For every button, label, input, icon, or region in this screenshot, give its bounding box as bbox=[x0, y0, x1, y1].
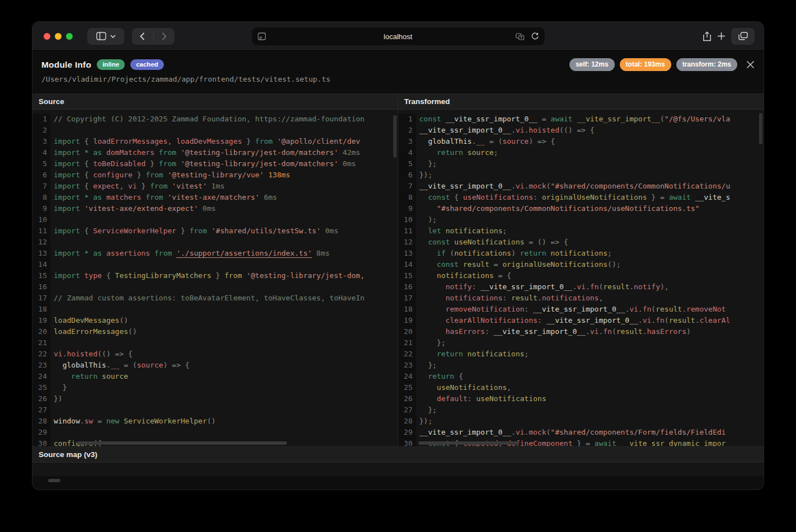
transformed-vertical-scrollbar[interactable] bbox=[759, 113, 762, 144]
line-number: 9 bbox=[32, 203, 50, 214]
traffic-lights bbox=[44, 33, 73, 40]
line-number: 6 bbox=[32, 170, 50, 181]
code-line: 10 bbox=[32, 214, 398, 225]
code-line: 4import * as domMatchers from '@testing-… bbox=[32, 147, 398, 158]
back-button[interactable] bbox=[132, 28, 153, 45]
code-line: 6}); bbox=[398, 170, 764, 181]
code-line: 20 hasErrors: __vite_ssr_import_0__.vi.f… bbox=[398, 326, 764, 337]
code-line: 13 if (notifications) return notificatio… bbox=[398, 248, 764, 259]
line-number: 23 bbox=[32, 360, 50, 371]
code-line: 15 notifications = { bbox=[398, 270, 764, 281]
line-number: 27 bbox=[32, 404, 50, 416]
line-number: 14 bbox=[398, 259, 416, 270]
code-line: 7__vite_ssr_import_0__.vi.mock("#shared/… bbox=[398, 181, 764, 192]
code-line: 19 clearAllNotifications: __vite_ssr_imp… bbox=[398, 315, 764, 326]
source-panel: Source 1// Copyright (C) 2012-2025 Zamma… bbox=[32, 94, 398, 446]
line-number: 10 bbox=[32, 214, 50, 225]
self-time-badge: self: 12ms bbox=[569, 58, 615, 71]
browser-window: localhost bbox=[32, 21, 764, 490]
line-number: 13 bbox=[32, 248, 50, 259]
close-button[interactable] bbox=[746, 60, 755, 69]
line-number: 12 bbox=[32, 237, 50, 248]
line-number: 30 bbox=[32, 438, 50, 446]
sourcemap-horizontal-scrollbar[interactable] bbox=[48, 479, 60, 482]
code-line: 29__vite_ssr_import_0__.vi.mock("#shared… bbox=[398, 427, 764, 438]
sidebar-toggle-button[interactable] bbox=[87, 28, 124, 45]
line-number: 10 bbox=[398, 214, 416, 225]
sourcemap-section: Source map (v3) 1AAMA;AAeA,yBAAG,QAAQ,MA… bbox=[32, 446, 764, 486]
transformed-horizontal-scrollbar[interactable] bbox=[418, 441, 519, 445]
line-number: 29 bbox=[32, 427, 50, 438]
line-number: 6 bbox=[398, 170, 416, 181]
module-info-header: Module Info inline cached self: 12ms tot… bbox=[32, 51, 764, 94]
url-text: localhost bbox=[252, 32, 544, 41]
line-number: 8 bbox=[32, 192, 50, 203]
line-number: 7 bbox=[32, 181, 50, 192]
line-number: 29 bbox=[398, 427, 416, 438]
code-line: 4 return source; bbox=[398, 147, 764, 158]
line-number: 21 bbox=[398, 337, 416, 349]
line-number: 26 bbox=[398, 393, 416, 404]
code-line: 26}) bbox=[32, 393, 398, 404]
code-line: 9 "#shared/components/CommonNotification… bbox=[398, 203, 764, 214]
cached-badge: cached bbox=[130, 59, 164, 70]
line-number: 28 bbox=[398, 416, 416, 427]
line-number: 17 bbox=[398, 293, 416, 304]
line-number: 23 bbox=[398, 360, 416, 371]
code-line: 1const __vite_ssr_import_0__ = await __v… bbox=[398, 114, 764, 125]
code-line: 18 bbox=[32, 304, 398, 315]
address-bar[interactable]: localhost bbox=[252, 27, 544, 45]
line-number: 9 bbox=[398, 203, 416, 214]
line-number: 15 bbox=[398, 270, 416, 281]
code-line: 28window.sw = new ServiceWorkerHelper() bbox=[32, 416, 398, 427]
tab-overview-button[interactable] bbox=[731, 28, 755, 45]
line-number: 13 bbox=[398, 248, 416, 259]
source-horizontal-scrollbar[interactable] bbox=[77, 441, 287, 445]
code-line: 21 bbox=[32, 337, 398, 349]
code-line: 24 return { bbox=[398, 371, 764, 382]
code-line: 16 bbox=[32, 281, 398, 293]
code-line: 1// Copyright (C) 2012-2025 Zammad Found… bbox=[32, 114, 398, 125]
code-line: 6import { configure } from '@testing-lib… bbox=[32, 170, 398, 181]
line-number: 12 bbox=[398, 237, 416, 248]
sourcemap-title: Source map (v3) bbox=[32, 447, 764, 463]
new-tab-button[interactable] bbox=[717, 32, 726, 40]
code-line: 17 notifications: result.notifications, bbox=[398, 293, 764, 304]
code-line: 19loadDevMessages() bbox=[32, 315, 398, 326]
line-number: 21 bbox=[32, 337, 50, 349]
code-line: 27 bbox=[32, 404, 398, 416]
transformed-code: 1const __vite_ssr_import_0__ = await __v… bbox=[398, 110, 764, 446]
line-number: 8 bbox=[398, 192, 416, 203]
line-number: 4 bbox=[398, 147, 416, 158]
line-number: 2 bbox=[398, 125, 416, 136]
file-link[interactable]: './support/assertions/index.ts' bbox=[176, 249, 312, 257]
close-window-button[interactable] bbox=[44, 33, 50, 40]
line-number: 22 bbox=[398, 349, 416, 360]
code-line: 27 }; bbox=[398, 404, 764, 416]
source-vertical-scrollbar[interactable] bbox=[393, 115, 397, 158]
code-line: 8import * as matchers from 'vitest-axe/m… bbox=[32, 192, 398, 203]
line-number: 27 bbox=[398, 404, 416, 416]
line-number: 3 bbox=[398, 136, 416, 147]
reload-icon[interactable] bbox=[531, 32, 539, 40]
line-number: 19 bbox=[398, 315, 416, 326]
code-line: 24 return source bbox=[32, 371, 398, 382]
share-button[interactable] bbox=[703, 31, 712, 41]
code-line: 20loadErrorMessages() bbox=[32, 326, 398, 337]
code-line: 15import type { TestingLibraryMatchers }… bbox=[32, 270, 398, 281]
line-number: 3 bbox=[32, 136, 50, 147]
line-number: 17 bbox=[32, 293, 50, 304]
minimize-window-button[interactable] bbox=[55, 33, 62, 40]
code-line: 5import { toBeDisabled } from '@testing-… bbox=[32, 158, 398, 170]
transformed-panel-title: Transformed bbox=[398, 94, 764, 110]
translate-icon[interactable] bbox=[515, 33, 524, 40]
zoom-window-button[interactable] bbox=[66, 33, 73, 40]
nav-buttons bbox=[132, 28, 175, 45]
line-number: 25 bbox=[32, 382, 50, 393]
line-number: 11 bbox=[398, 225, 416, 237]
forward-button[interactable] bbox=[154, 28, 175, 45]
code-line: 23 globalThis.__ = (source) => { bbox=[32, 360, 398, 371]
sidebar-icon bbox=[96, 32, 106, 40]
line-number: 24 bbox=[32, 371, 50, 382]
code-line: 7import { expect, vi } from 'vitest' 1ms bbox=[32, 181, 398, 192]
